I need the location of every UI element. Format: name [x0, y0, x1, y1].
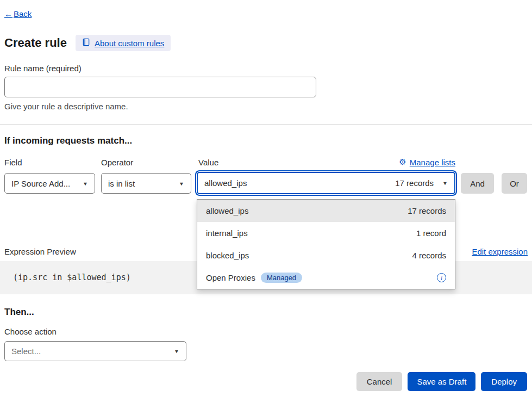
about-custom-rules-label: About custom rules	[95, 39, 164, 48]
value-select-count: 17 records	[395, 178, 434, 188]
value-select[interactable]: allowed_ips 17 records ▼	[197, 172, 455, 194]
then-section-heading: Then...	[4, 307, 34, 318]
book-icon	[82, 38, 90, 48]
value-select-name: allowed_ips	[204, 178, 247, 188]
page-title: Create rule	[4, 36, 67, 50]
footer-actions: Cancel Save as Draft Deploy	[356, 372, 527, 391]
value-dropdown-menu: allowed_ips 17 records internal_ips 1 re…	[197, 199, 455, 289]
dropdown-item-name: internal_ips	[206, 228, 248, 238]
value-label: Value	[198, 158, 218, 167]
dropdown-item-count: 1 record	[416, 228, 446, 238]
gear-icon: ⚙	[399, 157, 406, 167]
info-icon[interactable]: i	[437, 273, 446, 282]
field-label: Field	[4, 158, 22, 167]
managed-badge: Managed	[261, 273, 302, 283]
back-label: Back	[14, 9, 32, 18]
action-select-placeholder: Select...	[11, 347, 41, 356]
operator-select[interactable]: is in list ▼	[101, 173, 191, 194]
dropdown-item-name: blocked_ips	[206, 251, 249, 260]
title-row: Create rule About custom rules	[4, 35, 171, 51]
manage-lists-label: Manage lists	[410, 158, 455, 167]
rule-name-input[interactable]	[4, 77, 316, 97]
back-link[interactable]: ←Back	[4, 9, 32, 18]
chevron-down-icon: ▼	[174, 349, 179, 354]
choose-action-label: Choose action	[4, 327, 57, 336]
operator-label: Operator	[101, 158, 133, 167]
field-select[interactable]: IP Source Add... ▼	[4, 173, 95, 194]
dropdown-item-open-proxies[interactable]: Open Proxies Managed i	[197, 267, 455, 289]
and-button[interactable]: And	[461, 173, 494, 194]
expression-preview-label: Expression Preview	[4, 247, 76, 256]
back-arrow-icon: ←	[4, 9, 12, 18]
chevron-down-icon: ▼	[83, 181, 88, 186]
chevron-down-icon: ▼	[179, 181, 184, 186]
match-section-heading: If incoming requests match...	[4, 135, 132, 146]
action-select[interactable]: Select... ▼	[4, 341, 186, 361]
field-select-value: IP Source Add...	[11, 179, 70, 188]
dropdown-item-count: 17 records	[408, 206, 446, 215]
operator-select-value: is in list	[108, 179, 135, 188]
dropdown-item-allowed-ips[interactable]: allowed_ips 17 records	[197, 200, 455, 222]
cancel-button[interactable]: Cancel	[356, 372, 403, 391]
dropdown-item-count: 4 records	[412, 251, 446, 260]
save-as-draft-button[interactable]: Save as Draft	[408, 372, 475, 391]
chevron-down-icon: ▼	[442, 181, 448, 186]
about-custom-rules-link[interactable]: About custom rules	[76, 35, 171, 51]
deploy-button[interactable]: Deploy	[481, 372, 527, 391]
dropdown-item-name: allowed_ips	[206, 206, 248, 215]
rule-name-help-text: Give your rule a descriptive name.	[4, 102, 128, 111]
rule-name-label: Rule name (required)	[4, 64, 82, 73]
dropdown-item-blocked-ips[interactable]: blocked_ips 4 records	[197, 244, 455, 267]
manage-lists-link[interactable]: ⚙ Manage lists	[399, 157, 455, 167]
dropdown-item-name: Open Proxies	[206, 273, 255, 282]
or-button[interactable]: Or	[502, 173, 527, 194]
section-divider	[0, 124, 532, 125]
edit-expression-link[interactable]: Edit expression	[472, 247, 528, 256]
dropdown-item-internal-ips[interactable]: internal_ips 1 record	[197, 222, 455, 244]
